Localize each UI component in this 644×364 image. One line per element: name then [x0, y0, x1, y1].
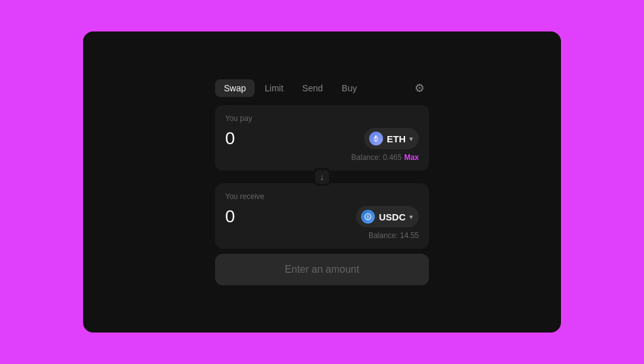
- svg-text:$: $: [367, 215, 369, 219]
- you-receive-amount: 0: [225, 207, 235, 227]
- you-receive-row: 0 $ USDC ▾: [225, 206, 419, 227]
- usdc-token-selector[interactable]: $ USDC ▾: [356, 206, 419, 227]
- tabs-container: Swap Limit Send Buy: [215, 79, 408, 97]
- eth-chevron-icon: ▾: [409, 135, 413, 142]
- you-receive-label: You receive: [225, 192, 419, 201]
- you-pay-panel: You pay 0 ETH ▾: [215, 105, 429, 171]
- you-receive-panel: You receive 0 $ USDC ▾ Balance: 14.55: [215, 183, 429, 249]
- you-receive-balance-row: Balance: 14.55: [225, 231, 419, 240]
- you-pay-balance-row: Balance: 0.465 Max: [225, 153, 419, 162]
- usdc-icon: $: [361, 210, 375, 224]
- you-pay-label: You pay: [225, 114, 419, 123]
- you-pay-row: 0 ETH ▾: [225, 128, 419, 149]
- gear-icon: ⚙: [414, 81, 425, 95]
- you-pay-amount[interactable]: 0: [225, 128, 235, 149]
- swap-card: Swap Limit Send Buy ⚙ You pay 0: [215, 79, 429, 285]
- settings-button[interactable]: ⚙: [410, 79, 429, 98]
- enter-amount-button[interactable]: Enter an amount: [215, 254, 429, 285]
- usdc-token-label: USDC: [379, 212, 406, 222]
- tab-buy[interactable]: Buy: [333, 79, 365, 97]
- eth-token-label: ETH: [387, 134, 406, 144]
- eth-icon: [369, 132, 383, 145]
- tab-send[interactable]: Send: [294, 79, 332, 97]
- eth-token-selector[interactable]: ETH ▾: [364, 128, 419, 149]
- swap-direction-button[interactable]: ↓: [313, 168, 331, 186]
- swap-arrow-wrapper: ↓: [215, 171, 429, 183]
- you-receive-balance: Balance: 14.55: [369, 231, 419, 240]
- down-arrow-icon: ↓: [320, 172, 325, 182]
- tab-swap[interactable]: Swap: [215, 79, 255, 97]
- tab-limit[interactable]: Limit: [256, 79, 292, 97]
- you-pay-balance: Balance: 0.465: [352, 153, 402, 162]
- main-window: Swap Limit Send Buy ⚙ You pay 0: [83, 31, 561, 333]
- usdc-chevron-icon: ▾: [409, 213, 413, 220]
- tab-bar: Swap Limit Send Buy ⚙: [215, 79, 429, 98]
- max-button[interactable]: Max: [404, 153, 419, 162]
